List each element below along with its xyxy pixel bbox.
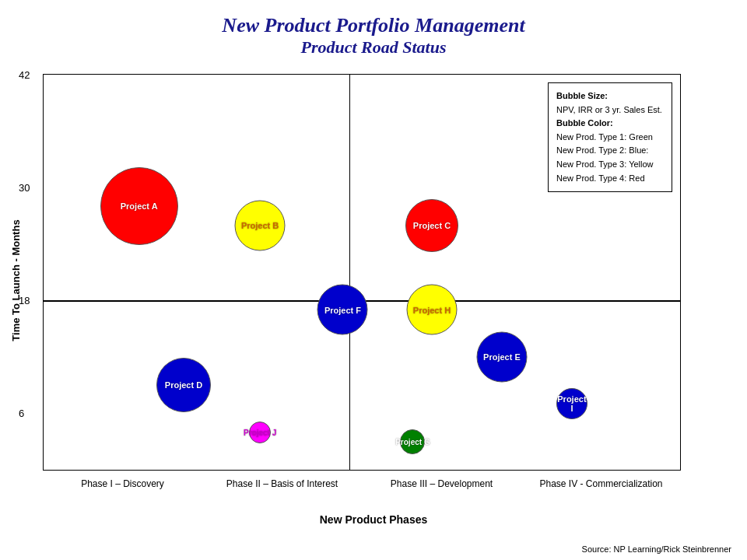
y-axis-label: Time To Launch - Months bbox=[8, 74, 23, 486]
bubble-label-i: Project I bbox=[557, 394, 587, 413]
bubble-i: Project I bbox=[556, 388, 587, 419]
source-label: Source: NP Learning/Rick Steinbrenner bbox=[582, 544, 731, 554]
bubble-b: Project B bbox=[235, 200, 286, 250]
bubble-label-f: Project F bbox=[324, 305, 361, 314]
phase-label-2: Phase II – Basis of Interest bbox=[202, 478, 362, 489]
bubble-a: Project A bbox=[100, 167, 178, 245]
legend-bubble-color-label: Bubble Color: bbox=[556, 118, 613, 128]
bubble-e: Project E bbox=[476, 331, 527, 382]
sub-title: Product Road Status bbox=[0, 37, 747, 58]
v-divider bbox=[349, 75, 351, 470]
y-tick-label: 30 bbox=[19, 182, 30, 194]
phase-label-4: Phase IV - Commercialization bbox=[521, 478, 681, 489]
y-tick-label: 18 bbox=[19, 295, 30, 306]
y-tick-label: 6 bbox=[19, 408, 24, 419]
title-area: New Product Portfolio Management Product… bbox=[0, 0, 747, 58]
bubble-j: Project J bbox=[249, 422, 271, 443]
bubble-label-e: Project E bbox=[483, 352, 521, 362]
legend-color-2: New Prod. Type 2: Blue: bbox=[556, 145, 648, 155]
main-title: New Product Portfolio Management bbox=[0, 14, 747, 37]
phase-labels-row: Phase I – DiscoveryPhase II – Basis of I… bbox=[43, 478, 681, 489]
legend-color-3: New Prod. Type 3: Yellow bbox=[556, 159, 654, 169]
legend-color-1: New Prod. Type 1: Green bbox=[556, 132, 653, 142]
phase-label-1: Phase I – Discovery bbox=[43, 478, 202, 489]
bubble-label-h: Project H bbox=[413, 305, 451, 314]
bubble-label-b: Project B bbox=[241, 221, 279, 230]
phase-label-3: Phase III – Development bbox=[362, 478, 521, 489]
legend: Bubble Size: NPV, IRR or 3 yr. Sales Est… bbox=[548, 82, 672, 192]
bubble-g: Project G bbox=[400, 429, 425, 454]
bubble-label-a: Project A bbox=[121, 201, 158, 211]
bubble-h: Project H bbox=[406, 285, 457, 335]
bubble-c: Project C bbox=[405, 199, 458, 252]
bubble-label-d: Project D bbox=[165, 380, 202, 390]
bubble-label-g: Project G bbox=[395, 437, 430, 446]
bubble-label-j: Project J bbox=[244, 428, 276, 436]
chart-area: 4230186Project AProject BProject CProjec… bbox=[43, 74, 681, 471]
bubble-label-c: Project C bbox=[413, 221, 451, 230]
x-axis-label: New Product Phases bbox=[0, 513, 747, 526]
y-tick-label: 42 bbox=[19, 69, 30, 81]
legend-bubble-size-value: NPV, IRR or 3 yr. Sales Est. bbox=[556, 105, 662, 114]
legend-color-4: New Prod. Type 4: Red bbox=[556, 173, 645, 183]
legend-bubble-size-label: Bubble Size: bbox=[556, 91, 608, 100]
bubble-d: Project D bbox=[156, 358, 211, 412]
bubble-f: Project F bbox=[317, 285, 368, 335]
page: New Product Portfolio Management Product… bbox=[0, 0, 747, 560]
